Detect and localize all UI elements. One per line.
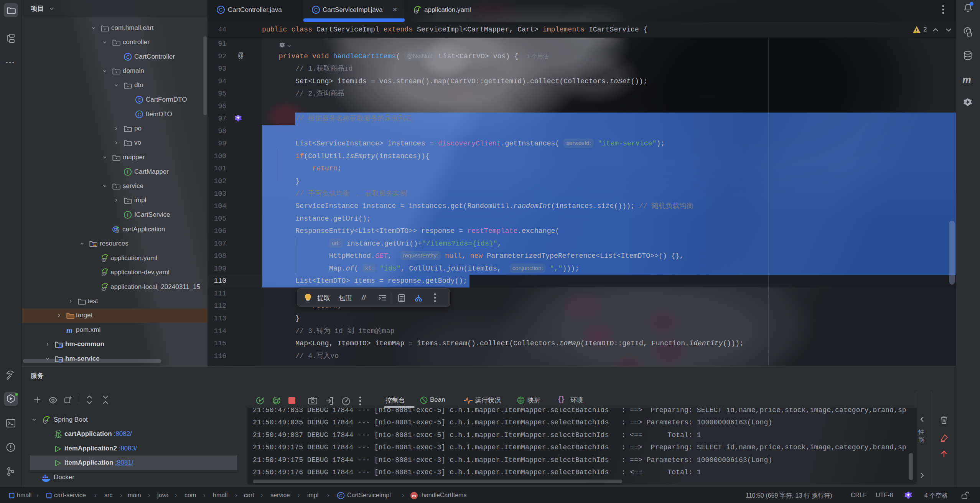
svg-text:C: C: [314, 7, 318, 13]
svg-text:m: m: [412, 493, 416, 498]
svg-text:C: C: [339, 493, 343, 498]
svg-text:C: C: [219, 7, 222, 13]
